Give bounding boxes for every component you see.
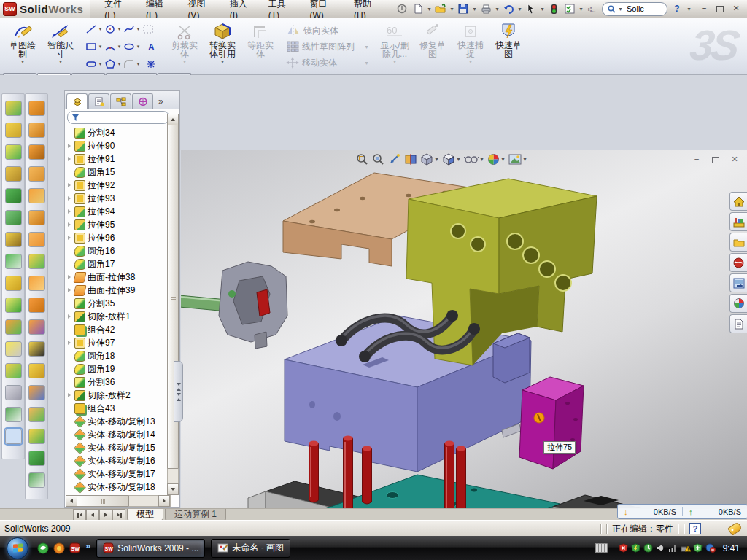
quick-tips-button[interactable]: ? — [689, 523, 701, 534]
display-style-button[interactable]: ▾ — [420, 153, 439, 166]
tab-nav-next-button[interactable] — [99, 509, 112, 521]
tree-item[interactable]: 分割36 — [66, 376, 167, 389]
taskbar-window-2[interactable]: 未命名 - 画图 — [211, 539, 290, 558]
expand-arrow-icon[interactable] — [66, 157, 72, 161]
expand-arrow-icon[interactable] — [66, 196, 72, 201]
line-tool-button[interactable]: ▾ — [85, 20, 104, 38]
chamfer-button[interactable] — [5, 166, 22, 182]
input-method-keyboard-icon[interactable] — [595, 543, 608, 553]
expand-arrow-icon[interactable] — [66, 341, 72, 345]
tab-nav-first-button[interactable] — [73, 509, 86, 521]
update-badge-tray-icon[interactable] — [643, 543, 653, 553]
rapid-sketch-button[interactable]: 快速草图 — [489, 20, 527, 74]
tree-item[interactable]: 分割35 — [66, 297, 167, 310]
tree-item[interactable]: 实体-移动/复制18 — [66, 481, 167, 494]
draft-button[interactable] — [5, 232, 22, 247]
select-cursor-dropdown[interactable]: ▾ — [540, 6, 545, 12]
section-view-button[interactable] — [404, 153, 417, 166]
tree-item[interactable]: 拉伸92 — [66, 179, 167, 192]
flatten-surface-button[interactable] — [28, 210, 45, 225]
open-dropdown[interactable]: ▾ — [449, 6, 454, 12]
select-box-tool-button[interactable] — [142, 20, 160, 38]
split-button[interactable] — [5, 298, 22, 313]
panel-splitter-handle[interactable] — [174, 361, 183, 422]
solidworks-resources-tab[interactable] — [729, 253, 747, 272]
wrap-button[interactable] — [28, 144, 45, 160]
tree-item[interactable]: 拉伸94 — [66, 205, 167, 218]
convert-entities-button[interactable]: 转换实体引用▾ — [204, 20, 241, 74]
help-dropdown[interactable]: ▾ — [686, 6, 692, 12]
fillet-button[interactable] — [5, 144, 22, 160]
arc-dropdown[interactable]: ▾ — [117, 44, 122, 50]
tree-hscrollbar-thumb[interactable] — [77, 495, 129, 507]
sketch-button[interactable]: 草图绘制▾ — [4, 20, 42, 74]
tree-item[interactable]: 切除-放样2 — [66, 389, 167, 402]
ruled-surface-button[interactable] — [28, 407, 45, 422]
insert-part-button[interactable] — [5, 363, 22, 378]
close-button[interactable]: ✕ — [731, 4, 741, 13]
tree-item[interactable]: 实体-移动/复制14 — [66, 428, 167, 441]
scene-button[interactable]: ▾ — [508, 154, 527, 165]
graphics-viewport[interactable]: Y Z X ▾▾▾▾▾ – ✕ 拉伸75 — [181, 150, 747, 560]
design-checker-dropdown[interactable]: ▾ — [578, 6, 584, 12]
save-button[interactable] — [456, 2, 471, 15]
tree-item[interactable]: 拉伸95 — [66, 218, 167, 231]
tree-item[interactable]: 曲面-拉伸38 — [66, 271, 167, 284]
featuremanager-tab[interactable] — [66, 93, 88, 109]
scene-dropdown[interactable]: ▾ — [522, 156, 527, 163]
shell-button[interactable] — [5, 188, 22, 203]
health-shield-tray-icon[interactable] — [693, 543, 703, 553]
ellipse-dropdown[interactable]: ▾ — [136, 44, 141, 50]
tree-item[interactable]: 拉伸96 — [66, 231, 167, 244]
tree-item[interactable]: 曲面-拉伸39 — [66, 284, 167, 297]
spline-tool-2-button[interactable] — [28, 472, 45, 488]
doc-tab-1[interactable]: 模型 — [127, 509, 163, 521]
search-scope-dropdown[interactable]: ▾ — [618, 6, 623, 12]
solidworks-red-quick-launch[interactable]: SW — [69, 542, 81, 554]
print-button[interactable] — [479, 2, 493, 15]
save-dropdown[interactable]: ▾ — [472, 6, 477, 12]
expand-arrow-icon[interactable] — [66, 275, 72, 279]
search-box[interactable]: ▾ — [602, 2, 667, 16]
tree-item[interactable]: 拉伸90 — [66, 139, 167, 152]
appearances-scenes-tab[interactable] — [729, 294, 747, 313]
rectangle-dropdown[interactable]: ▾ — [98, 44, 103, 50]
slot-dropdown[interactable]: ▾ — [98, 61, 103, 67]
quick-launch-chevron[interactable]: » — [85, 540, 90, 551]
view-orientation-button[interactable]: ▾ — [442, 153, 461, 166]
polygon-dropdown[interactable]: ▾ — [117, 61, 122, 67]
home-tab[interactable] — [729, 192, 747, 211]
spline-tool-button[interactable] — [5, 407, 22, 422]
tree-scroll-up-button[interactable] — [167, 114, 179, 125]
elbow-surface-button[interactable] — [28, 298, 45, 313]
sketch-fillet-dropdown[interactable]: ▾ — [136, 61, 141, 67]
shield-green-tray-icon[interactable] — [631, 543, 640, 553]
tree-item[interactable]: 实体-移动/复制16 — [66, 454, 167, 467]
doc-minimize-button[interactable]: – — [692, 155, 702, 164]
sync-badge-tray-icon[interactable] — [705, 543, 715, 553]
tree-item[interactable]: 分割34 — [66, 126, 167, 139]
tree-scroll-left-button[interactable] — [66, 495, 77, 507]
deform-button[interactable] — [28, 166, 45, 182]
knit-surface-button[interactable] — [28, 319, 45, 335]
select-cursor-button[interactable] — [524, 2, 538, 15]
tree-scroll-right-button[interactable] — [158, 495, 170, 507]
tab-nav-last-button[interactable] — [112, 509, 125, 521]
spline-tool-button[interactable]: ▾ — [123, 20, 142, 38]
propertymanager-tab[interactable] — [88, 93, 109, 109]
swept-surface-button[interactable] — [28, 254, 45, 269]
undo-dropdown[interactable]: ▾ — [517, 6, 522, 12]
text-tool-button[interactable]: A — [142, 38, 160, 55]
appearances-dropdown[interactable]: ▾ — [500, 156, 506, 163]
indent-button[interactable] — [28, 188, 45, 203]
design-checker-button[interactable] — [562, 2, 577, 15]
tab-nav-previous-button[interactable] — [86, 509, 99, 521]
expand-arrow-icon[interactable] — [66, 222, 72, 227]
extruded-cut-button[interactable] — [5, 122, 22, 138]
dome-button[interactable] — [28, 122, 45, 138]
doc-tab-2[interactable]: 运动算例 1 — [165, 509, 226, 521]
combine-bodies-button[interactable] — [5, 276, 22, 291]
volume-tray-icon[interactable] — [656, 543, 665, 553]
exploded-mold-assembly[interactable]: Y Z X — [181, 150, 747, 560]
thicken-button[interactable] — [28, 276, 45, 291]
